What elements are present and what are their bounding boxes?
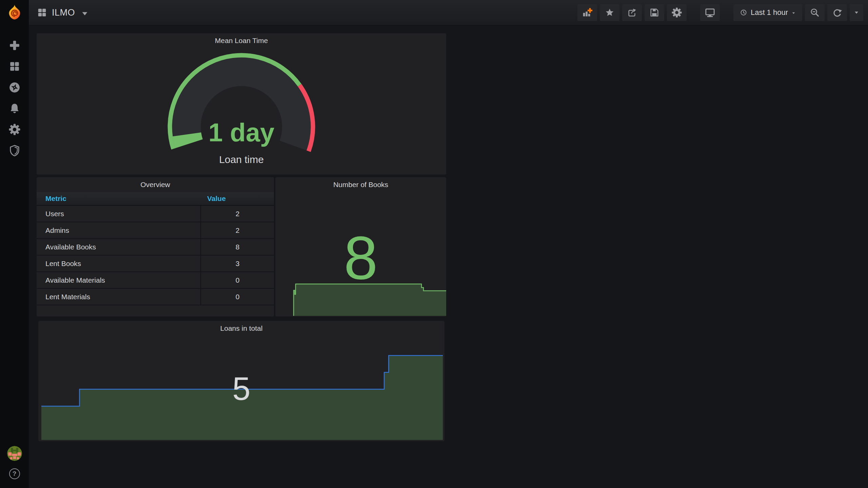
dashboard-settings-button[interactable] — [667, 4, 687, 21]
loans-stat-value: 5 — [38, 372, 445, 405]
overview-table: Metric Value Users 2 Admins 2 Available … — [37, 192, 274, 305]
share-icon — [627, 7, 637, 18]
panel-overview: Overview Metric Value Users 2 Admins 2 A… — [37, 177, 274, 317]
value-cell: 0 — [200, 272, 274, 288]
sidebar-item-alerting[interactable] — [8, 102, 21, 115]
user-avatar[interactable] — [7, 446, 22, 461]
sidebar-item-dashboards[interactable] — [8, 60, 21, 73]
metric-cell: Users — [37, 210, 200, 218]
table-row: Lent Materials 0 — [37, 289, 274, 305]
grafana-flame-icon — [6, 4, 23, 20]
table-row: Users 2 — [37, 206, 274, 222]
bell-icon — [9, 103, 20, 114]
column-header-metric[interactable]: Metric — [37, 195, 200, 203]
metric-cell: Admins — [37, 226, 200, 235]
metric-cell: Lent Materials — [37, 293, 200, 301]
save-dashboard-button[interactable] — [645, 4, 664, 21]
sidebar-item-create[interactable] — [8, 39, 21, 52]
dashboard-icon — [37, 7, 47, 18]
dashboard-title: ILMO — [52, 7, 75, 18]
value-cell: 3 — [200, 256, 274, 271]
panel-number-of-books: Number of Books 8 — [275, 177, 446, 317]
help-button[interactable]: ? — [9, 468, 20, 479]
panel-loans-in-total: Loans in total 5 — [38, 321, 445, 441]
metric-cell: Available Books — [37, 243, 200, 251]
sidebar-item-explore[interactable] — [8, 81, 21, 94]
gear-icon — [672, 7, 682, 18]
plus-icon — [9, 40, 20, 51]
value-cell: 0 — [200, 289, 274, 305]
star-dashboard-button[interactable] — [600, 4, 619, 21]
dashboard-title-group[interactable]: ILMO — [37, 6, 90, 19]
table-row: Lent Books 3 — [37, 256, 274, 272]
sidebar-item-configuration[interactable] — [8, 123, 21, 136]
zoom-out-time-button[interactable] — [805, 4, 825, 21]
value-cell: 2 — [200, 206, 274, 222]
table-row: Admins 2 — [37, 222, 274, 239]
share-dashboard-button[interactable] — [622, 4, 642, 21]
sidebar: ? — [0, 0, 29, 488]
metric-cell: Available Materials — [37, 276, 200, 284]
value-cell: 2 — [200, 222, 274, 238]
zoom-out-icon — [810, 7, 820, 18]
sidebar-item-server-admin[interactable] — [8, 144, 21, 157]
star-icon — [605, 7, 615, 18]
add-panel-button[interactable] — [577, 4, 597, 21]
add-panel-icon — [582, 7, 592, 18]
grafana-logo[interactable] — [6, 4, 23, 20]
panel-title[interactable]: Overview — [37, 177, 274, 192]
cycle-view-mode-button[interactable] — [700, 4, 720, 21]
gauge-chart — [37, 33, 446, 175]
chevron-down-icon — [80, 8, 90, 19]
dashboards-grid-icon — [9, 61, 20, 72]
monitor-icon — [705, 7, 715, 18]
refresh-button[interactable] — [827, 4, 847, 21]
save-icon — [649, 7, 659, 18]
gauge-label: Loan time — [37, 155, 446, 165]
time-range-label: Last 1 hour — [751, 8, 788, 17]
sidebar-bottom: ? — [7, 446, 22, 479]
gear-icon — [9, 124, 20, 135]
refresh-icon — [832, 7, 842, 18]
column-header-value[interactable]: Value — [200, 195, 274, 203]
shield-icon — [9, 145, 20, 156]
topbar: ILMO Last 1 hour — [29, 0, 868, 25]
metric-cell: Lent Books — [37, 260, 200, 268]
books-stat-value: 8 — [275, 227, 446, 288]
value-cell: 8 — [200, 239, 274, 255]
clock-icon — [739, 8, 748, 17]
chevron-down-icon — [791, 11, 796, 16]
question-mark-icon: ? — [13, 470, 17, 477]
topbar-actions: Last 1 hour — [577, 4, 863, 21]
compass-icon — [9, 82, 20, 93]
table-row: Available Materials 0 — [37, 272, 274, 289]
sidebar-nav — [8, 39, 21, 157]
chevron-down-icon — [853, 9, 860, 16]
table-row: Available Books 8 — [37, 239, 274, 256]
refresh-interval-dropdown[interactable] — [850, 4, 863, 21]
table-header-row: Metric Value — [37, 192, 274, 206]
avatar-image — [7, 446, 22, 461]
time-range-picker[interactable]: Last 1 hour — [733, 4, 802, 21]
panel-mean-loan-time: Mean Loan Time 1 day Loan time — [37, 33, 446, 175]
gauge-value: 1 day — [37, 120, 446, 145]
